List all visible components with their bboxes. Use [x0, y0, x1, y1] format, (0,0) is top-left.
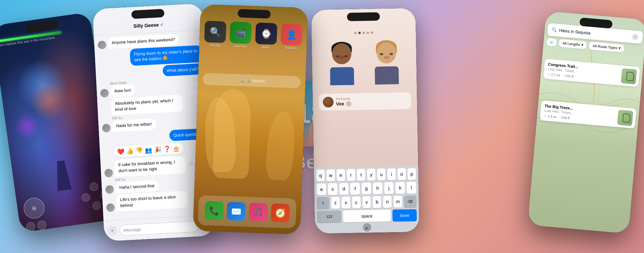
msg-will-1: Nada for me either!: [112, 118, 156, 132]
avatar-mark: [100, 89, 109, 98]
kb-done[interactable]: done: [392, 209, 417, 221]
game-dpad: ⊕: [22, 196, 46, 220]
kb-c[interactable]: c: [352, 196, 361, 208]
search-icon: 🔍: [239, 78, 244, 83]
verified-icon: ✓: [160, 22, 164, 27]
svg-line-2: [539, 91, 640, 100]
kb-l[interactable]: l: [407, 182, 416, 194]
memoji-person-avatar: [323, 97, 334, 108]
emoji-reactions-bar[interactable]: ❤️ 👍 👎 👥 🎉 ❓ 🎂: [113, 143, 184, 157]
kb-m[interactable]: m: [394, 196, 402, 208]
kb-123[interactable]: 123: [317, 210, 341, 223]
home-icons-row-1: 🔍 Find My 📹 FaceTime ⌚ Watch 👤 Contacts: [204, 21, 303, 50]
maps-search-close-button[interactable]: ✕: [632, 33, 639, 41]
app-contacts[interactable]: 👤 Contacts: [280, 23, 303, 50]
imessage-plus-button[interactable]: +: [107, 226, 117, 236]
kb-e[interactable]: e: [337, 169, 345, 181]
game-action-left[interactable]: [81, 193, 91, 202]
kb-s[interactable]: s: [328, 183, 337, 195]
app-facetime[interactable]: 📹 FaceTime: [230, 21, 252, 48]
kb-y[interactable]: y: [367, 169, 376, 181]
dot-3: [363, 32, 365, 34]
distance-icon-2: ↔: [544, 114, 547, 118]
kb-space[interactable]: space: [343, 210, 391, 223]
kb-x[interactable]: x: [341, 197, 350, 209]
game-btn-2: [37, 220, 47, 230]
game-action-up[interactable]: [89, 182, 99, 192]
memoji-screen: PERSON Vee ✏️ Race car driver|: [311, 8, 419, 234]
dot-2: [358, 32, 361, 34]
kb-a[interactable]: a: [317, 183, 326, 195]
memoji-person-info: PERSON Vee ✏️: [336, 97, 352, 107]
kb-row-3: ⇧ z x c v b n m ⌫: [314, 194, 419, 209]
app-icon-findmy: 🔍: [204, 21, 226, 43]
wallpaper-person-1: [203, 97, 237, 173]
app-findmy[interactable]: 🔍 Find My: [204, 21, 226, 47]
kb-g[interactable]: g: [362, 183, 371, 195]
msg-bubble-sent-2: What about y'all?: [162, 63, 203, 77]
kb-n[interactable]: n: [383, 196, 392, 208]
memoji-person-label: PERSON: [336, 97, 352, 101]
kb-z[interactable]: z: [331, 197, 340, 209]
kb-d[interactable]: d: [339, 183, 349, 195]
kb-o[interactable]: o: [397, 168, 406, 180]
msg-mark-1: Aww fun!: [110, 85, 135, 97]
reaction-thumbsdown[interactable]: 👎: [135, 147, 143, 154]
kb-v[interactable]: v: [362, 196, 371, 208]
cake-reaction-icon: 🥂: [187, 161, 193, 167]
kb-q[interactable]: q: [316, 169, 325, 181]
phone-memoji: PERSON Vee ✏️ Race car driver|: [311, 8, 419, 234]
kb-k[interactable]: k: [395, 182, 405, 194]
reaction-cake[interactable]: 🎂: [172, 145, 180, 152]
app-label-watch: Watch: [255, 45, 276, 49]
dock-app-phone[interactable]: 📞: [205, 201, 224, 220]
reaction-thumbsup[interactable]: 👍: [126, 147, 134, 155]
trail-1-distance: ↔ 2.7 mi: [547, 72, 560, 77]
kb-r[interactable]: r: [347, 169, 355, 181]
kb-p[interactable]: p: [408, 168, 416, 180]
kb-b[interactable]: b: [373, 196, 382, 208]
maps-screen: 🔍 Hikes in Sequoia ✕ ◎ All Lengths ▾ All…: [527, 11, 644, 234]
memoji-person-name: Vee ✏️: [336, 101, 352, 107]
reaction-heart[interactable]: ❤️: [117, 148, 125, 155]
reaction-question[interactable]: ❓: [163, 145, 171, 153]
app-label-contacts: Contacts: [280, 46, 302, 50]
memoji-edit-icon[interactable]: ✏️: [346, 101, 351, 106]
dock-app-music[interactable]: 🎵: [249, 203, 268, 222]
kb-delete[interactable]: ⌫: [404, 195, 417, 208]
memoji-1-head: [332, 43, 352, 64]
kb-mic-icon[interactable]: 🎤: [363, 223, 371, 232]
memoji-avatar-2: [367, 39, 406, 85]
kb-t[interactable]: t: [357, 169, 366, 181]
memoji-person-card: PERSON Vee ✏️: [318, 92, 411, 110]
kb-j[interactable]: j: [384, 182, 394, 194]
imessage-placeholder: iMessage: [123, 227, 141, 232]
game-action-down[interactable]: [92, 201, 101, 211]
game-dpad-circle: ⊕: [22, 196, 46, 220]
kb-i[interactable]: i: [387, 168, 396, 180]
avatar-will: [102, 124, 111, 132]
msg-mark-2: Absolutely no plans yet, which I kind of…: [111, 95, 183, 115]
dock-app-mail[interactable]: ✉️: [227, 202, 246, 221]
location-target-icon: ◎: [550, 40, 553, 44]
msg-life: Life's too short to leave a slice behind: [116, 191, 188, 212]
dock-app-compass[interactable]: 🧭: [271, 203, 290, 223]
imessage-input[interactable]: iMessage: [119, 221, 199, 236]
kb-shift[interactable]: ⇧: [317, 197, 329, 209]
phone-notch-home: [238, 9, 271, 18]
phone-notch-memoji: [347, 12, 380, 21]
game-btn-1: [26, 222, 36, 232]
msg-bubble-sent-1: Flying down to my sister's place to see …: [130, 45, 202, 66]
maps-search-text: Hikes in Sequoia: [559, 28, 630, 39]
dot-1: [354, 32, 357, 34]
avatar-will-2: [105, 185, 114, 194]
dot-4: [367, 32, 369, 34]
elevation-icon: ↑: [563, 74, 565, 77]
app-watch[interactable]: ⌚ Watch: [255, 22, 277, 49]
kb-w[interactable]: w: [326, 169, 335, 181]
reaction-tada[interactable]: 🎉: [154, 146, 162, 153]
kb-h[interactable]: h: [373, 182, 383, 195]
kb-f[interactable]: f: [350, 183, 360, 195]
kb-u[interactable]: u: [377, 169, 386, 181]
reaction-people[interactable]: 👥: [145, 146, 152, 154]
